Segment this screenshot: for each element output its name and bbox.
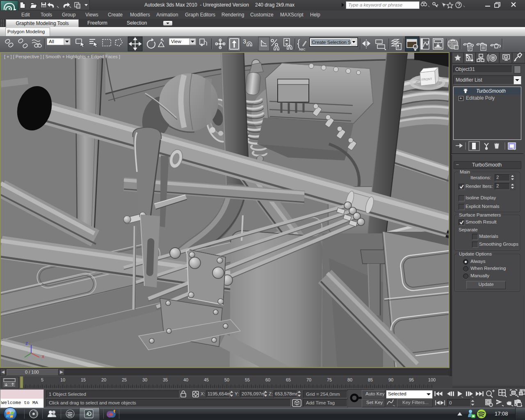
- svg-text:View: View: [171, 39, 181, 44]
- svg-text:Create Selection Se: Create Selection Se: [312, 40, 354, 45]
- svg-text:[ + ] [ Perspective ] [ Smooth: [ + ] [ Perspective ] [ Smooth + Highlig…: [4, 54, 120, 59]
- svg-text:z: z: [25, 340, 28, 346]
- svg-text:3: 3: [243, 38, 246, 45]
- svg-text:ABC: ABC: [299, 48, 306, 51]
- svg-text:All: All: [49, 39, 54, 44]
- svg-text:x: x: [42, 354, 44, 359]
